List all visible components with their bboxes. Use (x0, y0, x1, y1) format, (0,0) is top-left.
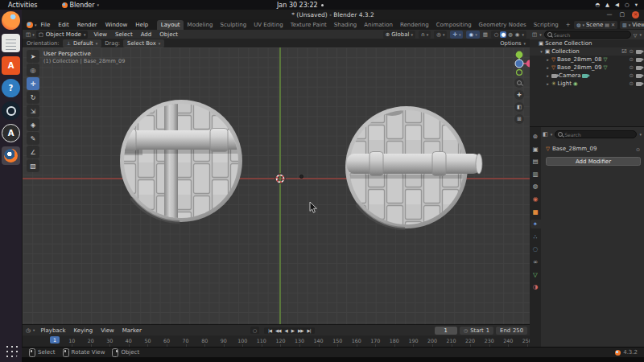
close-icon[interactable]: ✕ (611, 22, 615, 27)
current-frame-field[interactable]: 1 (435, 327, 457, 335)
timeline-editor-icon[interactable]: ◷ (26, 327, 31, 334)
timeline-menu-playback[interactable]: Playback (36, 327, 69, 334)
outliner-search[interactable] (544, 31, 631, 39)
properties-tab-material[interactable]: ◑ (530, 282, 541, 291)
tab-layout[interactable]: Layout (157, 20, 184, 30)
add-modifier-button[interactable]: Add Modifier (546, 157, 641, 166)
tab-uv-editing[interactable]: UV Editing (250, 20, 287, 30)
timeline-ruler[interactable]: 1 10203040506070809010011012013014015016… (23, 335, 530, 347)
transform-tool[interactable]: ◈ (27, 118, 39, 131)
maximize-button[interactable]: ▢ (619, 11, 625, 18)
current-frame-indicator[interactable]: 1 (50, 336, 60, 343)
window-titlebar[interactable]: * (Unsaved) - Blender 4.3.2 — ▢ ✕ (22, 10, 644, 19)
perspective-toggle-button[interactable]: ⊞ (514, 114, 524, 124)
tab-plus[interactable]: + (562, 20, 574, 30)
properties-tab-tool[interactable]: ⊚ (530, 132, 541, 141)
scene-selector[interactable]: ◍ ▾ Scene ▤ ✕ (574, 21, 617, 29)
system-tray[interactable]: ◓▲◀○▾ (595, 0, 638, 10)
next-keyframe-button[interactable]: ▶▶ (296, 328, 304, 333)
properties-tab-object[interactable]: ■ (530, 208, 541, 216)
tab-texture-paint[interactable]: Texture Paint (287, 20, 330, 30)
outliner-row-base-28mm-09[interactable]: ▸▽Base_28mm_09▽⊙ (530, 64, 644, 72)
transform-orientation-dropdown[interactable]: ⊕ Global ▾ (383, 31, 415, 39)
view-layer-selector[interactable]: ▥ ▾ ViewLayer ▦ (620, 21, 644, 29)
app-menu[interactable]: Blender ▾ (62, 2, 100, 9)
base-object-right[interactable] (344, 105, 485, 230)
tab-shading[interactable]: Shading (330, 20, 360, 30)
checkbox-icon[interactable]: ☑ (621, 49, 626, 55)
dock-item-ubuntu-software[interactable]: A (2, 56, 20, 75)
shading-material-preview-icon[interactable]: ◍ (507, 31, 514, 38)
menu-window[interactable]: Window (101, 22, 132, 28)
proportional-editing-dropdown[interactable]: ◎ ▾ (434, 31, 447, 39)
timeline-menu-keying[interactable]: Keying (70, 327, 97, 334)
camera-visibility-icon[interactable] (636, 58, 642, 62)
scale-tool[interactable]: ⇲ (27, 105, 39, 117)
mode-dropdown[interactable]: ▢ Object Mode ▾ (36, 31, 89, 39)
properties-tab-world[interactable]: ◉ (530, 195, 541, 204)
xray-toggle-icon[interactable]: ▥ (483, 31, 488, 38)
dock-item-steam[interactable] (2, 101, 20, 120)
properties-search[interactable] (555, 130, 637, 138)
show-applications-button[interactable] (4, 343, 18, 357)
volume-icon[interactable]: ◀ (615, 2, 619, 8)
expander-icon[interactable]: ▸ (546, 73, 550, 78)
tab-compositing[interactable]: Compositing (432, 20, 475, 30)
zoom-button[interactable] (514, 78, 524, 88)
filter-icon[interactable]: ▽ (634, 32, 638, 38)
pin-icon[interactable]: ⊙ (636, 146, 640, 152)
move-tool[interactable]: ✛ (27, 77, 39, 90)
properties-tab-output[interactable]: ▤ (530, 157, 541, 166)
previous-keyframe-button[interactable]: ◀◀ (274, 328, 282, 333)
menu-edit[interactable]: Edit (54, 22, 73, 28)
menu-render[interactable]: Render (73, 22, 101, 28)
snapping-dropdown[interactable]: ∩ ▾ (419, 31, 431, 39)
context-icon[interactable]: ◧ (543, 131, 548, 138)
eye-icon[interactable]: ⊙ (630, 72, 634, 79)
options-dropdown[interactable]: Options ▾ (500, 40, 526, 47)
outliner-row-collection[interactable]: ▾▣Collection☑⊙ (530, 47, 644, 56)
annotate-tool[interactable]: ✎ (27, 132, 39, 145)
expander-icon[interactable]: ▸ (546, 81, 550, 86)
blender-menu-button[interactable]: ▾ (27, 22, 37, 28)
dock-item-firefox[interactable] (2, 11, 20, 30)
jump-to-end-button[interactable]: ▶| (306, 328, 312, 333)
timeline-menu-view[interactable]: View (97, 327, 118, 334)
add-cube-tool[interactable]: ▧ (27, 159, 39, 172)
outliner-row-light[interactable]: ▸✳Light◉⊙ (530, 80, 644, 88)
timeline-menu-marker[interactable]: Marker (118, 327, 146, 334)
tab-scripting[interactable]: Scripting (530, 20, 562, 30)
frame-end-field[interactable]: End 250 (496, 327, 527, 335)
camera-visibility-icon[interactable] (636, 74, 642, 78)
outliner-search-input[interactable] (554, 32, 628, 38)
minimize-button[interactable]: — (606, 11, 612, 18)
jump-to-start-button[interactable]: |◀ (266, 328, 273, 333)
expander-icon[interactable]: ▾ (539, 49, 543, 54)
eye-icon[interactable]: ⊙ (630, 80, 634, 87)
properties-tab-particles[interactable]: ∴ (530, 232, 541, 241)
base-object-left[interactable] (118, 98, 244, 224)
activities-button[interactable]: Activities (8, 2, 38, 9)
power-icon[interactable]: ○ (625, 2, 630, 8)
show-gizmo-dropdown[interactable]: ✛ ▾ (450, 31, 463, 39)
shading-solid-icon[interactable]: ● (500, 31, 506, 38)
camera-visibility-icon[interactable] (636, 66, 642, 70)
properties-tab-object-data[interactable]: ▽ (530, 270, 541, 279)
viewport-menu-select[interactable]: Select (111, 31, 137, 38)
orientation-dropdown[interactable]: ⊥ Default ▾ (63, 39, 102, 47)
play-button[interactable]: ▶ (290, 328, 295, 333)
eye-icon[interactable]: ⊙ (630, 48, 634, 55)
outliner-row-base-28mm-08[interactable]: ▸▽Base_28mm_08▽⊙ (530, 56, 644, 64)
properties-tab-physics[interactable]: ◌ (530, 245, 541, 253)
dock-item-text-editor[interactable] (2, 34, 20, 52)
pan-button[interactable]: ✚ (514, 90, 524, 100)
expander-icon[interactable]: ▸ (546, 57, 550, 62)
properties-tab-view-layer[interactable]: ▥ (530, 170, 541, 179)
dock-item-help[interactable]: ? (2, 79, 20, 97)
tab-rendering[interactable]: Rendering (396, 20, 432, 30)
new-scene-icon[interactable]: ▤ (605, 22, 609, 27)
display-mode-icon[interactable]: ◫ (532, 31, 537, 38)
eye-icon[interactable]: ⊙ (630, 64, 634, 71)
menu-file[interactable]: File (37, 22, 55, 28)
shading-rendered-icon[interactable]: ◉ (514, 31, 521, 38)
